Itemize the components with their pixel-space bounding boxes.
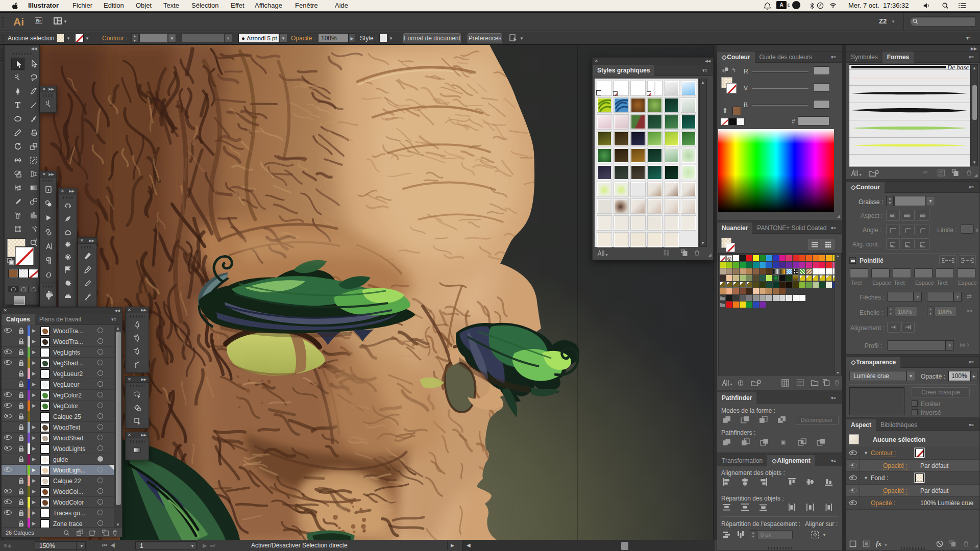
svg-text:O: O bbox=[46, 271, 51, 279]
